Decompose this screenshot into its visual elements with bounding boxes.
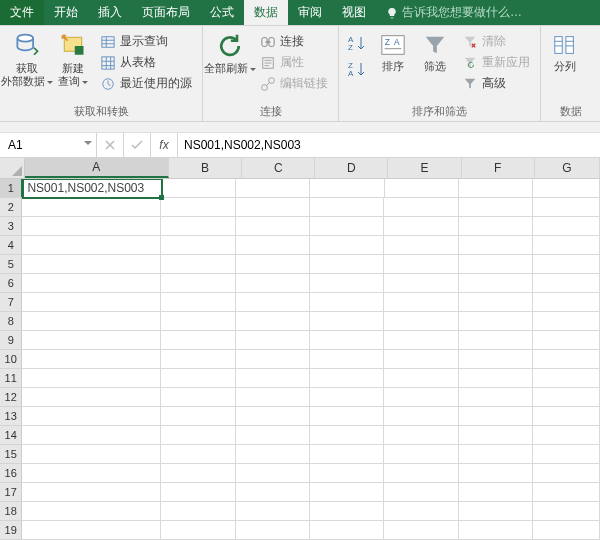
- cell-C7[interactable]: [236, 293, 310, 312]
- cell-C5[interactable]: [236, 255, 310, 274]
- cell-E18[interactable]: [384, 502, 458, 521]
- cell-C10[interactable]: [236, 350, 310, 369]
- cell-E13[interactable]: [384, 407, 458, 426]
- cell-E1[interactable]: [385, 179, 459, 198]
- insert-function-button[interactable]: fx: [151, 133, 178, 157]
- cell-A17[interactable]: [22, 483, 161, 502]
- cell-F13[interactable]: [459, 407, 533, 426]
- cell-A11[interactable]: [22, 369, 161, 388]
- cell-B14[interactable]: [161, 426, 235, 445]
- row-header-13[interactable]: 13: [0, 407, 22, 426]
- col-header-F[interactable]: F: [462, 158, 535, 178]
- col-header-C[interactable]: C: [242, 158, 315, 178]
- cell-E11[interactable]: [384, 369, 458, 388]
- tell-me-search[interactable]: 告诉我您想要做什么…: [376, 0, 600, 25]
- cell-F15[interactable]: [459, 445, 533, 464]
- chevron-down-icon[interactable]: [84, 141, 92, 149]
- cell-B18[interactable]: [161, 502, 235, 521]
- cell-B7[interactable]: [161, 293, 235, 312]
- row-header-18[interactable]: 18: [0, 502, 22, 521]
- cell-E3[interactable]: [384, 217, 458, 236]
- cell-D2[interactable]: [310, 198, 384, 217]
- enter-entry-button[interactable]: [124, 133, 151, 157]
- cell-A10[interactable]: [22, 350, 161, 369]
- cell-E6[interactable]: [384, 274, 458, 293]
- cell-D13[interactable]: [310, 407, 384, 426]
- cell-G11[interactable]: [533, 369, 600, 388]
- edit-links-button[interactable]: 编辑链接: [257, 74, 332, 93]
- cell-D3[interactable]: [310, 217, 384, 236]
- cell-E8[interactable]: [384, 312, 458, 331]
- cell-A9[interactable]: [22, 331, 161, 350]
- cell-D12[interactable]: [310, 388, 384, 407]
- cell-C2[interactable]: [236, 198, 310, 217]
- cell-C8[interactable]: [236, 312, 310, 331]
- cell-A7[interactable]: [22, 293, 161, 312]
- sort-button[interactable]: ZA 排序: [375, 32, 411, 73]
- cell-A18[interactable]: [22, 502, 161, 521]
- cell-F6[interactable]: [459, 274, 533, 293]
- cell-E16[interactable]: [384, 464, 458, 483]
- show-queries-button[interactable]: 显示查询: [97, 32, 196, 51]
- cell-A1[interactable]: NS001,NS002,NS003: [23, 179, 162, 198]
- cell-C18[interactable]: [236, 502, 310, 521]
- new-query-button[interactable]: 新建 查询: [54, 32, 91, 88]
- tab-insert[interactable]: 插入: [88, 0, 132, 25]
- row-header-8[interactable]: 8: [0, 312, 22, 331]
- cell-C16[interactable]: [236, 464, 310, 483]
- cell-C14[interactable]: [236, 426, 310, 445]
- cell-E4[interactable]: [384, 236, 458, 255]
- row-header-2[interactable]: 2: [0, 198, 22, 217]
- cell-F7[interactable]: [459, 293, 533, 312]
- cell-C17[interactable]: [236, 483, 310, 502]
- cell-E2[interactable]: [384, 198, 458, 217]
- from-table-button[interactable]: 从表格: [97, 53, 196, 72]
- cell-G6[interactable]: [533, 274, 600, 293]
- cell-A5[interactable]: [22, 255, 161, 274]
- cell-B15[interactable]: [161, 445, 235, 464]
- row-header-5[interactable]: 5: [0, 255, 22, 274]
- cell-G7[interactable]: [533, 293, 600, 312]
- cell-E7[interactable]: [384, 293, 458, 312]
- row-header-9[interactable]: 9: [0, 331, 22, 350]
- cell-G10[interactable]: [533, 350, 600, 369]
- cell-D7[interactable]: [310, 293, 384, 312]
- row-header-1[interactable]: 1: [0, 179, 23, 198]
- cell-B1[interactable]: [162, 179, 236, 198]
- name-box[interactable]: [0, 133, 97, 157]
- tab-file[interactable]: 文件: [0, 0, 44, 25]
- cell-G19[interactable]: [533, 521, 600, 540]
- row-header-6[interactable]: 6: [0, 274, 22, 293]
- cell-D15[interactable]: [310, 445, 384, 464]
- advanced-filter-button[interactable]: 高级: [459, 74, 534, 93]
- col-header-A[interactable]: A: [25, 158, 169, 178]
- cell-G8[interactable]: [533, 312, 600, 331]
- cell-E17[interactable]: [384, 483, 458, 502]
- cell-G12[interactable]: [533, 388, 600, 407]
- tab-review[interactable]: 审阅: [288, 0, 332, 25]
- cell-C13[interactable]: [236, 407, 310, 426]
- cell-G5[interactable]: [533, 255, 600, 274]
- cell-G4[interactable]: [533, 236, 600, 255]
- cell-D11[interactable]: [310, 369, 384, 388]
- cell-B11[interactable]: [161, 369, 235, 388]
- cell-E15[interactable]: [384, 445, 458, 464]
- cell-C6[interactable]: [236, 274, 310, 293]
- cell-A3[interactable]: [22, 217, 161, 236]
- cell-E5[interactable]: [384, 255, 458, 274]
- row-header-15[interactable]: 15: [0, 445, 22, 464]
- row-header-12[interactable]: 12: [0, 388, 22, 407]
- cell-C3[interactable]: [236, 217, 310, 236]
- cell-F12[interactable]: [459, 388, 533, 407]
- cell-D18[interactable]: [310, 502, 384, 521]
- cell-G16[interactable]: [533, 464, 600, 483]
- cell-C9[interactable]: [236, 331, 310, 350]
- formula-bar-input[interactable]: [178, 133, 600, 157]
- connections-button[interactable]: 连接: [257, 32, 332, 51]
- cell-B6[interactable]: [161, 274, 235, 293]
- cell-E10[interactable]: [384, 350, 458, 369]
- cell-F4[interactable]: [459, 236, 533, 255]
- cell-C4[interactable]: [236, 236, 310, 255]
- cell-E9[interactable]: [384, 331, 458, 350]
- cell-D19[interactable]: [310, 521, 384, 540]
